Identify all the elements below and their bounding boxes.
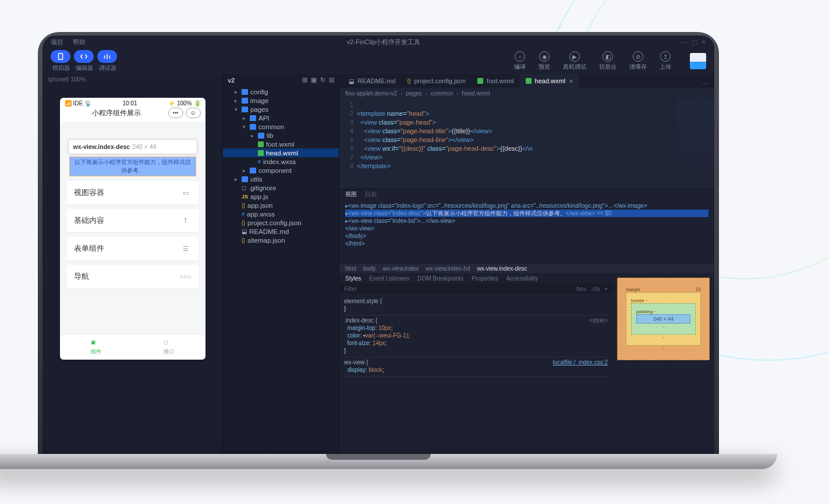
card-icon: ▭: [180, 189, 192, 197]
event-listeners-tab[interactable]: Event Listeners: [369, 275, 409, 282]
file-API[interactable]: ▸API: [223, 113, 339, 122]
minimize-icon[interactable]: —: [682, 38, 688, 46]
file-index.wxss[interactable]: #index.wxss: [223, 157, 339, 166]
compile-button[interactable]: ○编译: [514, 51, 526, 71]
styles-filter[interactable]: Filter: [344, 286, 357, 292]
dom-breadcrumb[interactable]: html body wx-view.index wx-view.index-hd…: [339, 264, 714, 273]
menu-row[interactable]: 基础内容T: [67, 209, 199, 232]
simulator-toggle[interactable]: [51, 50, 70, 63]
avatar[interactable]: [690, 53, 706, 69]
file-component[interactable]: ▸component: [223, 166, 339, 175]
refresh-icon[interactable]: ↻: [320, 76, 325, 84]
styles-tab[interactable]: Styles: [345, 275, 361, 282]
devtools-tab-view[interactable]: 视图: [345, 190, 357, 198]
preview-button[interactable]: ◉预览: [539, 51, 550, 71]
background-button[interactable]: ◧切后台: [599, 51, 617, 71]
project-root[interactable]: v2: [228, 77, 235, 84]
file-sitemap.json[interactable]: {}sitemap.json: [223, 236, 339, 244]
file-README.md[interactable]: ⬓README.md: [223, 227, 339, 236]
collapse-icon[interactable]: ⊟: [329, 76, 334, 84]
tab-api[interactable]: ◻接口: [133, 335, 206, 360]
file-.gitignore[interactable]: ◻.gitignore: [223, 183, 339, 192]
menu-row[interactable]: 导航○○○: [67, 265, 199, 288]
properties-tab[interactable]: Properties: [472, 275, 498, 282]
file-app.js[interactable]: JSapp.js: [223, 192, 339, 201]
file-foot.wxml[interactable]: foot.wxml: [223, 140, 339, 148]
editor-toggle[interactable]: [74, 50, 94, 63]
tabs-overflow-icon[interactable]: ⋯: [696, 80, 714, 88]
remote-debug-button[interactable]: ▶真机调试: [563, 51, 586, 71]
css-rules[interactable]: element.style {} <style> .index-desc { m…: [339, 294, 612, 454]
file-image[interactable]: ▸image: [223, 96, 339, 105]
file-utils[interactable]: ▸utils: [223, 175, 339, 183]
new-folder-icon[interactable]: ▣: [311, 76, 317, 84]
close-icon[interactable]: ✕: [701, 38, 706, 46]
hov-toggle[interactable]: :hov: [575, 286, 586, 292]
inspect-tooltip: wx-view.index-desc 240 × 44: [68, 139, 197, 154]
tab-head-wxml[interactable]: head.wxml✕: [520, 74, 580, 88]
editor-tabs: ⬓README.md {}project.config.json foot.wx…: [339, 74, 714, 88]
menu-row[interactable]: 表单组件☰: [67, 237, 199, 260]
simulator-panel: iphone6 100% 📶IDE📡 10:01 ⚡100%🔋 小程序组件展示 …: [42, 74, 223, 454]
menu-icon: ☰: [180, 245, 192, 253]
file-project.config.json[interactable]: {}project.config.json: [223, 218, 339, 227]
menubar: 项目 帮助 v2-FinClip小程序开发工具 — ▢ ✕: [42, 36, 714, 48]
close-tab-icon[interactable]: ✕: [569, 78, 573, 84]
toolbar: 模拟器 编辑器 调试器 ○编译 ◉预览 ▶真机调试 ◧切后台 ⊘清缓存 ↥上传: [42, 48, 714, 74]
svg-rect-0: [59, 54, 63, 60]
devtools: 视图 日志 ▸<wx-image class="index-logo" src=…: [339, 189, 714, 454]
capsule-close[interactable]: ⊙: [186, 108, 201, 118]
file-explorer: v2 ⊞ ▣ ↻ ⊟ ▸config▸image▾pages▸API▾commo…: [223, 74, 339, 454]
device-label[interactable]: iphone6 100%: [42, 74, 222, 85]
window-title: v2-FinClip小程序开发工具: [95, 38, 672, 47]
accessibility-tab[interactable]: Accessibility: [506, 275, 538, 282]
dom-breakpoints-tab[interactable]: DOM Breakpoints: [417, 275, 463, 282]
tab-component[interactable]: ▣组件: [60, 335, 133, 360]
file-app.json[interactable]: {}app.json: [223, 201, 339, 210]
tab-foot-wxml[interactable]: foot.wxml: [472, 74, 519, 88]
dots-icon: ○○○: [180, 273, 192, 280]
menu-project[interactable]: 项目: [51, 38, 63, 47]
phone-preview[interactable]: 📶IDE📡 10:01 ⚡100%🔋 小程序组件展示 ••• ⊙: [60, 98, 206, 360]
cls-toggle[interactable]: .cls: [591, 286, 600, 292]
devtools-tab-log[interactable]: 日志: [365, 190, 377, 198]
highlighted-element[interactable]: 以下将展示小程序官方组件能力，组件样式仅供参考。: [69, 157, 196, 176]
upload-button[interactable]: ↥上传: [660, 51, 671, 71]
text-icon: T: [180, 217, 192, 224]
file-config[interactable]: ▸config: [223, 87, 339, 96]
new-rule[interactable]: +: [604, 286, 608, 292]
maximize-icon[interactable]: ▢: [692, 38, 697, 46]
menu-row[interactable]: 视图容器▭: [67, 181, 199, 204]
menu-help[interactable]: 帮助: [73, 38, 86, 47]
file-lib[interactable]: ▸lib: [223, 131, 339, 140]
capsule-menu[interactable]: •••: [168, 108, 183, 118]
file-head.wxml[interactable]: head.wxml: [223, 148, 339, 157]
file-common[interactable]: ▾common: [223, 122, 339, 131]
dom-tree[interactable]: ▸<wx-image class="index-logo" src="../re…: [339, 200, 714, 264]
code-editor[interactable]: 12345678 <template name="head"> <view cl…: [339, 98, 714, 189]
file-pages[interactable]: ▾pages: [223, 105, 339, 113]
box-model: margin 10 border - padding - 240 × 44 -: [612, 273, 714, 454]
tab-project-config[interactable]: {}project.config.json: [401, 74, 472, 88]
tab-readme[interactable]: ⬓README.md: [343, 74, 401, 88]
laptop-frame: 项目 帮助 v2-FinClip小程序开发工具 — ▢ ✕: [38, 32, 719, 454]
clear-cache-button[interactable]: ⊘清缓存: [629, 51, 647, 71]
breadcrumb[interactable]: fino-applet-demo-v2› pages› common› head…: [339, 88, 714, 98]
debugger-toggle[interactable]: [97, 50, 117, 63]
new-file-icon[interactable]: ⊞: [302, 76, 307, 84]
file-app.wxss[interactable]: #app.wxss: [223, 210, 339, 218]
page-title: 小程序组件展示: [65, 108, 168, 118]
